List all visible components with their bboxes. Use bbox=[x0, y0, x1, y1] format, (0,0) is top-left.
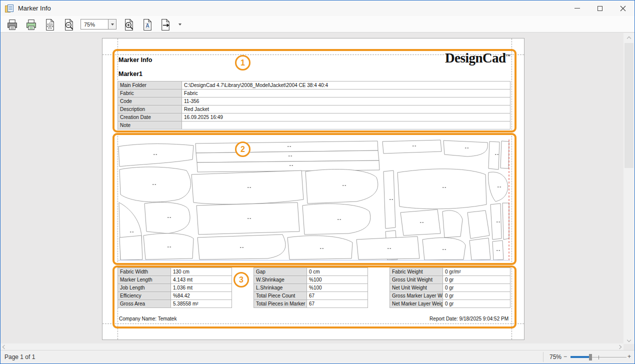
summary-label: Marker Length bbox=[118, 276, 171, 284]
table-row: Gap0 cm bbox=[254, 268, 368, 276]
zoom-out-icon bbox=[63, 18, 76, 31]
table-row: Job Length1.036 mt bbox=[118, 284, 232, 292]
titlebar: Marker Info bbox=[0, 0, 634, 16]
summary-value: %100 bbox=[307, 284, 368, 292]
zoom-slider-tick bbox=[598, 356, 599, 360]
annotation-badge-3: 3 bbox=[234, 272, 249, 288]
summary-value: %84.42 bbox=[171, 292, 232, 300]
vertical-scrollbar[interactable] bbox=[624, 33, 634, 344]
zoom-slider-fill bbox=[570, 356, 590, 358]
report-date: Report Date: 9/18/2025 9:04:52 PM bbox=[430, 316, 508, 322]
summary-label: Gap bbox=[254, 268, 307, 276]
font-icon: A bbox=[142, 18, 154, 31]
minimize-icon bbox=[574, 8, 580, 8]
table-row: Note bbox=[118, 122, 510, 130]
summary-label: Gross Marker Layer We bbox=[390, 292, 443, 300]
info-label: Code bbox=[118, 98, 182, 106]
report-page: Marker Info DesignCad™ Marker1 Main Fold… bbox=[102, 38, 524, 340]
app-icon bbox=[4, 4, 14, 14]
scroll-up-button[interactable] bbox=[626, 35, 632, 42]
maximize-button[interactable] bbox=[588, 0, 612, 16]
scroll-left-button[interactable] bbox=[1, 344, 8, 350]
summary-label: Gross Area bbox=[118, 300, 171, 308]
scroll-right-button[interactable] bbox=[616, 344, 623, 350]
info-value: 11-356 bbox=[182, 98, 510, 106]
horizontal-scrollbar[interactable] bbox=[0, 344, 624, 350]
page-setup-icon bbox=[44, 18, 56, 31]
quick-print-button[interactable] bbox=[24, 18, 38, 32]
table-row: FabricFabric bbox=[118, 90, 510, 98]
page-info: Page 1 of 1 bbox=[4, 354, 35, 360]
info-label: Note bbox=[118, 122, 182, 130]
table-row: Fabric Weight0 gr/m² bbox=[390, 268, 510, 276]
info-label: Description bbox=[118, 106, 182, 114]
summary-value: 0 cm bbox=[307, 268, 368, 276]
summary-value: 0 gr/m² bbox=[443, 268, 510, 276]
toolbar: 75% A bbox=[0, 16, 634, 32]
zoom-combobox[interactable]: 75% bbox=[80, 19, 116, 30]
table-row: DescriptionRed Jacket bbox=[118, 106, 510, 114]
export-dropdown-button[interactable] bbox=[176, 21, 184, 28]
preview-area: Marker Info DesignCad™ Marker1 Main Fold… bbox=[0, 33, 624, 344]
export-button[interactable] bbox=[158, 18, 173, 32]
summary-value: 0 gr bbox=[443, 292, 510, 300]
font-settings-button[interactable]: A bbox=[140, 18, 155, 32]
summary-value: 0 gr bbox=[443, 276, 510, 284]
close-button[interactable] bbox=[612, 0, 634, 16]
table-row: Efficiency%84.42 bbox=[118, 292, 232, 300]
minimize-button[interactable] bbox=[566, 0, 588, 16]
info-value: 16.09.2025 16:49 bbox=[182, 114, 510, 122]
info-value: C:\DesignCad 4.7\Library\2008_Model\Jack… bbox=[182, 82, 510, 90]
table-row: Gross Marker Layer We0 gr bbox=[390, 292, 510, 300]
zoom-combobox-dropdown-button[interactable] bbox=[108, 19, 116, 30]
print-button[interactable] bbox=[4, 18, 20, 32]
statusbar: Page 1 of 1 75% − + bbox=[0, 350, 634, 364]
chevron-left-icon bbox=[2, 344, 6, 348]
chevron-down-icon bbox=[627, 338, 631, 342]
table-row: Net Marker Layer Weig0 gr bbox=[390, 300, 510, 308]
zoom-out-button[interactable] bbox=[62, 18, 76, 32]
summary-value: 0 gr bbox=[443, 284, 510, 292]
zoom-combobox-value[interactable]: 75% bbox=[80, 19, 108, 30]
zoom-out-control[interactable]: − bbox=[564, 353, 567, 360]
marker-info-table: Main FolderC:\DesignCad 4.7\Library\2008… bbox=[118, 81, 510, 130]
zoom-slider-thumb[interactable] bbox=[589, 354, 592, 360]
info-value: Red Jacket bbox=[182, 106, 510, 114]
chevron-right-icon bbox=[618, 344, 622, 348]
info-label: Main Folder bbox=[118, 82, 182, 90]
export-icon bbox=[160, 18, 172, 31]
scroll-down-button[interactable] bbox=[626, 336, 632, 343]
zoom-in-button[interactable] bbox=[122, 18, 136, 32]
summary-table-left: Fabric Width130 cm Marker Length4.143 mt… bbox=[118, 268, 232, 308]
summary-label: Net Unit Weight bbox=[390, 284, 443, 292]
summary-label: Total Pieces in Marker bbox=[254, 300, 307, 308]
summary-label: Net Marker Layer Weig bbox=[390, 300, 443, 308]
marker-info-window: Marker Info bbox=[0, 0, 635, 364]
vertical-scrollbar-thumb[interactable] bbox=[624, 43, 634, 168]
table-row: Creation Date16.09.2025 16:49 bbox=[118, 114, 510, 122]
statusbar-separator bbox=[543, 352, 544, 362]
company-name: Company Name: Tematek bbox=[119, 316, 176, 322]
info-label: Creation Date bbox=[118, 114, 182, 122]
zoom-in-control[interactable]: + bbox=[628, 353, 631, 360]
annotation-badge-2: 2 bbox=[235, 142, 250, 157]
summary-label: L.Shrinkage bbox=[254, 284, 307, 292]
chevron-up-icon bbox=[627, 36, 631, 40]
svg-text:A: A bbox=[146, 22, 150, 28]
info-label: Fabric bbox=[118, 90, 182, 98]
summary-label: Job Length bbox=[118, 284, 171, 292]
summary-value: 130 cm bbox=[171, 268, 232, 276]
page-setup-button[interactable] bbox=[42, 18, 58, 32]
table-row: W.Shrinkage%100 bbox=[254, 276, 368, 284]
table-row: Main FolderC:\DesignCad 4.7\Library\2008… bbox=[118, 82, 510, 90]
window-title: Marker Info bbox=[18, 4, 51, 12]
table-row: Total Pieces in Marker67 bbox=[254, 300, 368, 308]
summary-value: 67 bbox=[307, 300, 368, 308]
table-row: Net Unit Weight0 gr bbox=[390, 284, 510, 292]
summary-table-right: Fabric Weight0 gr/m² Gross Unit Weight0 … bbox=[390, 268, 510, 308]
zoom-slider[interactable] bbox=[570, 350, 626, 364]
table-row: Fabric Width130 cm bbox=[118, 268, 232, 276]
summary-value: 5.38558 m² bbox=[171, 300, 232, 308]
summary-value: 67 bbox=[307, 292, 368, 300]
quick-print-icon bbox=[25, 18, 38, 31]
